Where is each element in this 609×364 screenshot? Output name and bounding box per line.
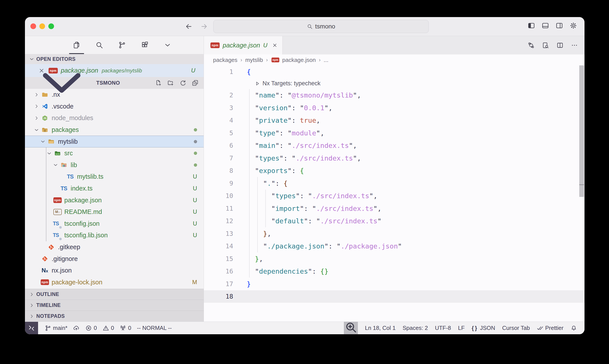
- breadcrumb-item[interactable]: packages: [213, 57, 237, 64]
- tree-item-mytslib[interactable]: mytslib: [25, 136, 204, 147]
- panel-header-notepads[interactable]: NOTEPADS: [25, 311, 204, 322]
- sidebar: OPEN EDITORS npm package.json packages/m…: [25, 36, 204, 322]
- collapse-folders-icon[interactable]: [192, 80, 198, 86]
- compare-changes-icon[interactable]: [528, 42, 535, 49]
- code-line-14[interactable]: 14 "./package.json": "./package.json": [204, 240, 584, 253]
- tree-item-mytslib-ts[interactable]: TSmytslib.tsU: [25, 171, 204, 183]
- layout-sidebar-left-icon[interactable]: [528, 22, 535, 29]
- line-number: 12: [204, 217, 233, 225]
- breadcrumb-label: mytslib: [245, 57, 263, 64]
- git-status-badge: M: [192, 279, 197, 286]
- statusbar-publish-changes[interactable]: [73, 325, 80, 331]
- statusbar-warnings[interactable]: 0: [103, 325, 114, 331]
- tree-item-tsconfig-lib-json[interactable]: TStsconfig.lib.jsonU: [25, 230, 204, 241]
- activity-more-views[interactable]: [161, 36, 174, 54]
- tree-item-package-json[interactable]: npmpackage.jsonU: [25, 194, 204, 206]
- new-file-icon[interactable]: [155, 80, 162, 86]
- statusbar-git-branch[interactable]: main*: [45, 325, 67, 331]
- tree-item-node-modules[interactable]: JSnode_modules: [25, 112, 204, 124]
- activity-source-control[interactable]: [116, 36, 128, 54]
- tree-item-lib[interactable]: lib: [25, 159, 204, 171]
- code-line-15[interactable]: 15 },: [204, 252, 584, 265]
- layout-sidebar-right-icon[interactable]: [556, 22, 563, 29]
- close-button[interactable]: [30, 23, 36, 29]
- zoom-button[interactable]: [48, 23, 54, 29]
- code-line-5[interactable]: 5 "type": "module",: [204, 127, 584, 139]
- panel-header-timeline[interactable]: TIMELINE: [25, 300, 204, 311]
- breadcrumb-item[interactable]: npmpackage.json: [271, 57, 316, 64]
- code-line-9[interactable]: 9 ".": {: [204, 177, 584, 190]
- activity-explorer[interactable]: [70, 36, 83, 54]
- svg-text:JS: JS: [43, 117, 46, 119]
- code-line-10[interactable]: 10 "types": "./src/index.ts",: [204, 190, 584, 202]
- activity-search[interactable]: [93, 36, 105, 54]
- code-editor[interactable]: 1{Nx Targets: typecheck2 "name": "@tsmon…: [204, 65, 584, 322]
- breadcrumb-item[interactable]: ...: [324, 57, 328, 64]
- tree-item-package-lock-json[interactable]: npmpackage-lock.jsonM: [25, 276, 204, 288]
- workspace-section-header[interactable]: TSMONO: [25, 77, 204, 89]
- code-line-7[interactable]: 7 "types": "./src/index.ts",: [204, 152, 584, 165]
- statusbar-errors[interactable]: 0: [85, 325, 97, 331]
- chevron-placeholder: [53, 186, 58, 191]
- statusbar-language-mode[interactable]: { }JSON: [472, 325, 495, 331]
- minimize-button[interactable]: [39, 23, 45, 29]
- tree-item-label: mytslib.ts: [77, 173, 104, 180]
- line-number: 3: [204, 104, 233, 112]
- refresh-explorer-icon[interactable]: [180, 80, 186, 86]
- line-number: 4: [204, 117, 233, 124]
- tsgear-icon: TS: [53, 220, 62, 227]
- codelens-nx-targets[interactable]: Nx Targets: typecheck: [204, 78, 584, 89]
- tab-dirty-badge: U: [263, 42, 268, 49]
- statusbar-notifications[interactable]: [570, 325, 577, 331]
- open-editor-path: packages/mytslib: [102, 68, 142, 74]
- statusbar-cursor-position[interactable]: Ln 18, Col 1: [365, 325, 396, 331]
- panel-header-outline[interactable]: OUTLINE: [25, 289, 204, 300]
- editor-scrollbar[interactable]: [579, 65, 584, 197]
- tree-item-tsconfig-json[interactable]: TStsconfig.jsonU: [25, 218, 204, 230]
- gear-icon[interactable]: [570, 22, 577, 29]
- breadcrumb-item[interactable]: mytslib: [245, 57, 263, 64]
- statusbar-encoding[interactable]: UTF-8: [435, 325, 451, 331]
- statusbar-cursor-tab[interactable]: Cursor Tab: [502, 325, 530, 331]
- new-folder-icon[interactable]: [167, 80, 174, 86]
- code-line-8[interactable]: 8 "exports": {: [204, 165, 584, 177]
- tree-item-packages[interactable]: packages: [25, 124, 204, 136]
- statusbar-zoom-indicator[interactable]: [344, 322, 358, 334]
- search-editor-icon[interactable]: [542, 42, 549, 49]
- forward-button[interactable]: [199, 22, 209, 31]
- tree-item-vscode[interactable]: .vscode: [25, 101, 204, 112]
- tree-item-nx-json[interactable]: Nxnx.json: [25, 265, 204, 276]
- statusbar-eol[interactable]: LF: [458, 325, 465, 331]
- tree-item-src[interactable]: </>src: [25, 147, 204, 159]
- code-line-17[interactable]: 17}: [204, 278, 584, 290]
- split-editor-icon[interactable]: [557, 42, 563, 49]
- tree-item-gitkeep[interactable]: .gitkeep: [25, 241, 204, 253]
- back-button[interactable]: [184, 22, 193, 31]
- tree-item-readme-md[interactable]: M↓README.mdU: [25, 206, 204, 218]
- statusbar-remote-indicator[interactable]: [25, 322, 38, 334]
- command-center-search[interactable]: tsmono: [213, 20, 429, 33]
- code-line-13[interactable]: 13 },: [204, 227, 584, 240]
- close-icon[interactable]: [272, 42, 278, 48]
- tree-item-index-ts[interactable]: TSindex.tsU: [25, 183, 204, 195]
- activity-extensions[interactable]: [139, 36, 151, 54]
- panel-title: NOTEPADS: [36, 313, 65, 319]
- tree-item-gitignore[interactable]: .gitignore: [25, 253, 204, 265]
- tab-package-json[interactable]: npm package.json U: [204, 36, 283, 54]
- layout-panel-icon[interactable]: [542, 22, 549, 29]
- statusbar-vim-mode[interactable]: -- NORMAL --: [137, 325, 172, 331]
- code-line-3[interactable]: 3 "version": "0.0.1",: [204, 102, 584, 114]
- tree-item-nx[interactable]: .nx: [25, 89, 204, 101]
- code-line-4[interactable]: 4 "private": true,: [204, 114, 584, 127]
- statusbar-ports[interactable]: 0: [120, 325, 131, 331]
- code-line-12[interactable]: 12 "default": "./src/index.ts": [204, 215, 584, 228]
- code-line-2[interactable]: 2 "name": "@tsmono/mytslib",: [204, 89, 584, 102]
- code-line-18[interactable]: 18: [204, 290, 584, 303]
- statusbar-formatter[interactable]: Prettier: [537, 325, 563, 331]
- statusbar-indentation[interactable]: Spaces: 2: [403, 325, 428, 331]
- more-actions-icon[interactable]: [571, 42, 578, 49]
- code-line-6[interactable]: 6 "main": "./src/index.ts",: [204, 139, 584, 152]
- code-line-1[interactable]: 1{: [204, 65, 584, 78]
- code-line-11[interactable]: 11 "import": "./src/index.ts",: [204, 202, 584, 215]
- code-line-16[interactable]: 16 "dependencies": {}: [204, 265, 584, 278]
